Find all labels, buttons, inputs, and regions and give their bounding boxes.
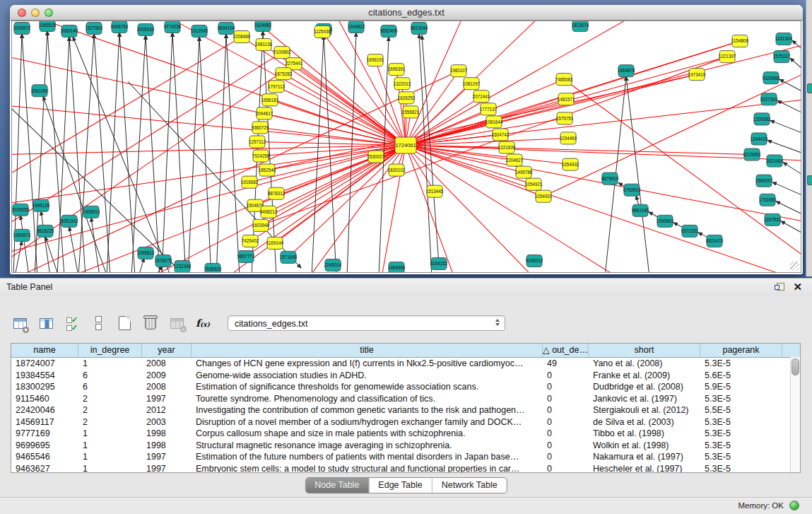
table-cell[interactable]: Estimation of significance thresholds fo… — [192, 381, 543, 393]
table-cell[interactable]: 1997 — [142, 393, 192, 405]
table-cell[interactable]: Tibbo et al. (1998) — [589, 428, 700, 440]
table-cell[interactable]: 0 — [543, 416, 589, 428]
table-cell[interactable]: 2012 — [142, 404, 192, 416]
table-row[interactable]: 946362711997Embryonic stem cells: a mode… — [11, 463, 800, 474]
table-cell[interactable]: Nakamura et al. (1997) — [589, 451, 700, 463]
table-selector-dropdown[interactable]: citations_edges.txt — [228, 315, 505, 331]
column-header-5[interactable]: short — [589, 344, 700, 357]
table-cell[interactable]: 5.3E-5 — [700, 416, 782, 428]
scrollbar-thumb[interactable] — [792, 358, 799, 375]
table-cell[interactable]: Changes of HCN gene expression and I(f) … — [192, 358, 543, 370]
table-cell[interactable]: 5.6E-5 — [700, 370, 782, 382]
table-cell[interactable]: Structural magnetic resonance image aver… — [192, 440, 543, 452]
select-all-columns-icon[interactable]: ✓✓ — [62, 313, 82, 333]
table-cell[interactable]: 49 — [543, 358, 589, 370]
table-cell[interactable]: 1 — [78, 440, 142, 452]
table-row[interactable]: 1830029562008Estimation of significance … — [11, 381, 800, 393]
table-cell[interactable]: 1998 — [142, 440, 192, 452]
table-cell[interactable]: 0 — [543, 428, 589, 440]
column-header-0[interactable]: name — [11, 344, 78, 357]
network-canvas[interactable]: 2005572106552820691401527602640675420053… — [11, 21, 801, 273]
window-titlebar[interactable]: citations_edges.txt — [10, 5, 803, 21]
table-cell[interactable]: 5.9E-5 — [700, 381, 782, 393]
unselect-all-columns-icon[interactable] — [88, 313, 108, 333]
table-cell[interactable]: 0 — [543, 440, 589, 452]
table-cell[interactable]: 2009 — [142, 370, 192, 382]
table-cell[interactable]: Yano et al. (2008) — [589, 358, 700, 370]
table-cell[interactable]: 5.3E-5 — [700, 428, 782, 440]
network-graph[interactable]: 2005572106552820691401527602640675420053… — [12, 21, 801, 272]
table-cell[interactable]: 0 — [543, 393, 589, 405]
tab-edge-table[interactable]: Edge Table — [368, 478, 431, 493]
table-cell[interactable]: 0 — [543, 451, 589, 463]
table-cell[interactable]: Embryonic stem cells: a model to study s… — [192, 463, 543, 474]
table-cell[interactable]: 0 — [543, 404, 589, 416]
table-row[interactable]: 911546021997Tourette syndrome. Phenomeno… — [11, 393, 800, 405]
table-cell[interactable]: 0 — [543, 370, 589, 382]
table-settings-icon[interactable] — [10, 313, 30, 333]
table-cell[interactable]: Estimation of the future numbers of pati… — [192, 451, 543, 463]
table-cell[interactable]: Dudbridge et al. (2008) — [589, 381, 700, 393]
table-cell[interactable]: 5.3E-5 — [700, 393, 782, 405]
table-cell[interactable]: 6 — [78, 381, 142, 393]
column-header-1[interactable]: in_degree — [78, 344, 142, 357]
table-cell[interactable]: 14569117 — [11, 416, 78, 428]
float-panel-icon[interactable] — [775, 283, 784, 292]
table-cell[interactable]: 5.5E-5 — [700, 404, 782, 416]
table-cell[interactable]: 1 — [78, 451, 142, 463]
column-header-6[interactable]: pagerank — [700, 344, 782, 357]
tab-network-table[interactable]: Network Table — [432, 478, 507, 493]
import-table-disabled-icon[interactable]: x — [167, 313, 187, 333]
table-cell[interactable]: 1997 — [142, 463, 192, 474]
table-cell[interactable]: Wolkin et al. (1998) — [589, 440, 700, 452]
table-cell[interactable]: 1 — [78, 358, 142, 370]
table-cell[interactable]: Tourette syndrome. Phenomenology and cla… — [192, 393, 543, 405]
table-cell[interactable]: Jankovic et al. (1997) — [589, 393, 700, 405]
table-cell[interactable]: Genome-wide association studies in ADHD. — [192, 370, 543, 382]
table-row[interactable]: 1872400712008Changes of HCN gene express… — [11, 358, 800, 370]
new-table-icon[interactable] — [114, 313, 134, 333]
table-cell[interactable]: 9463627 — [11, 463, 78, 474]
column-header-2[interactable]: year — [142, 344, 192, 357]
table-row[interactable]: 1938455462009Genome-wide association stu… — [11, 370, 800, 382]
table-cell[interactable]: Disruption of a novel member of a sodium… — [192, 416, 543, 428]
table-cell[interactable]: Stergiakouli et al. (2012) — [589, 404, 700, 416]
table-cell[interactable]: 9115460 — [11, 393, 78, 405]
column-header-3[interactable]: title — [192, 344, 543, 357]
function-builder-icon[interactable]: f(x) — [193, 313, 213, 333]
window-resize-grip[interactable] — [790, 262, 799, 271]
table-cell[interactable]: Hescheler et al. (1997) — [589, 463, 700, 474]
table-cell[interactable]: 5.3E-5 — [700, 358, 782, 370]
tab-node-table[interactable]: Node Table — [305, 478, 368, 493]
delete-table-icon[interactable] — [141, 313, 160, 333]
table-row[interactable]: 969969511998Structural magnetic resonanc… — [11, 440, 800, 452]
table-cell[interactable]: 1 — [78, 428, 142, 440]
table-cell[interactable]: 18300295 — [11, 381, 78, 393]
table-cell[interactable]: 2008 — [142, 381, 192, 393]
table-cell[interactable]: 5.3E-5 — [700, 463, 782, 474]
column-header-4[interactable]: △ out_de… — [543, 344, 589, 357]
table-cell[interactable]: 5.3E-5 — [700, 440, 782, 452]
table-cell[interactable]: 9777169 — [11, 428, 78, 440]
table-cell[interactable]: 9699695 — [11, 440, 78, 452]
table-cell[interactable]: 2 — [78, 393, 142, 405]
table-row[interactable]: 977716911998Corpus callosum shape and si… — [11, 428, 800, 440]
table-cell[interactable]: Investigating the contribution of common… — [192, 404, 543, 416]
table-cell[interactable]: 1 — [78, 463, 142, 474]
table-cell[interactable]: Corpus callosum shape and size in male p… — [192, 428, 543, 440]
table-cell[interactable]: 1997 — [142, 451, 192, 463]
table-vertical-scrollbar[interactable] — [790, 357, 800, 472]
table-cell[interactable]: 2003 — [142, 416, 192, 428]
table-cell[interactable]: 6 — [78, 370, 142, 382]
table-row[interactable]: 946554611997Estimation of the future num… — [11, 451, 800, 463]
table-cell[interactable]: 1998 — [142, 428, 192, 440]
table-cell[interactable]: 9465546 — [11, 451, 78, 463]
table-cell[interactable]: 0 — [543, 463, 589, 474]
table-cell[interactable]: 22420046 — [11, 404, 78, 416]
close-panel-icon[interactable]: ✕ — [793, 281, 802, 293]
table-cell[interactable]: de Silva et al. (2003) — [589, 416, 700, 428]
table-cell[interactable]: Franke et al. (2009) — [589, 370, 700, 382]
table-cell[interactable]: 2 — [78, 404, 142, 416]
table-cell[interactable]: 0 — [543, 381, 589, 393]
memory-status-indicator[interactable] — [789, 501, 799, 510]
